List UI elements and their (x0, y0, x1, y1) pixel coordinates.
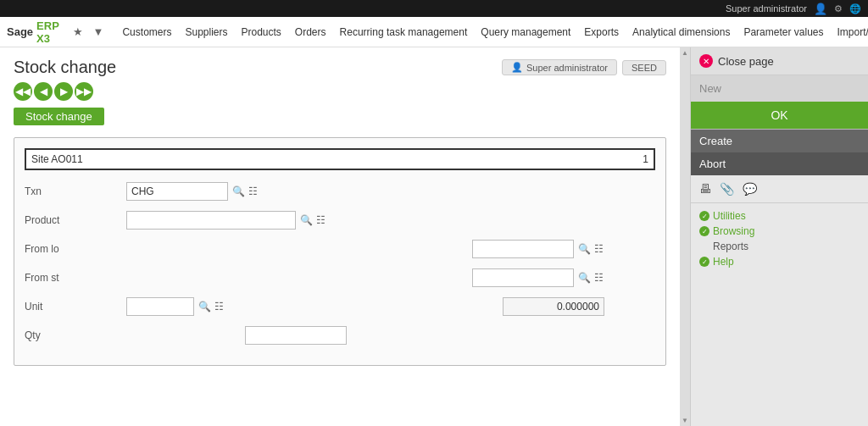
abort-button[interactable]: Abort (691, 152, 868, 175)
sidebar-action-icons: 🖶 📎 💬 (691, 175, 868, 203)
reports-link[interactable]: Reports (699, 241, 860, 252)
txn-list-icon[interactable]: ☷ (248, 185, 259, 197)
user-badge-label: Super administrator (526, 63, 608, 73)
unit-label: Unit (25, 301, 126, 313)
page-title-row: Stock change 👤 Super administrator SEED (14, 58, 666, 77)
product-search-icon[interactable]: 🔍 (299, 214, 314, 226)
product-icons: 🔍 ☷ (299, 214, 326, 226)
main-layout: Stock change 👤 Super administrator SEED … (0, 47, 868, 426)
from-st-search-icon[interactable]: 🔍 (577, 272, 592, 284)
utilities-link[interactable]: ✓ Utilities (699, 210, 860, 222)
form-container: Site AO011 1 Txn 🔍 ☷ Product (14, 137, 666, 366)
product-field: 🔍 ☷ (126, 211, 326, 230)
from-st-field: 🔍 ☷ (472, 268, 604, 287)
prev-button[interactable]: ◀ (34, 82, 53, 101)
product-list-icon[interactable]: ☷ (315, 214, 326, 226)
ok-button[interactable]: OK (691, 102, 868, 129)
unit-field: 🔍 ☷ (126, 297, 225, 316)
from-lo-row: From lo 🔍 ☷ (25, 240, 655, 258)
unit-input[interactable] (126, 297, 194, 316)
menu-suppliers[interactable]: Suppliers (178, 26, 234, 38)
nav-icons: ★ ▼ (70, 24, 108, 40)
product-label: Product (25, 214, 126, 226)
help-label: Help (713, 256, 734, 268)
scroll-down-icon[interactable]: ▼ (682, 417, 688, 424)
menu-exports[interactable]: Exports (577, 26, 626, 38)
menu-orders[interactable]: Orders (288, 26, 333, 38)
help-link[interactable]: ✓ Help (699, 256, 860, 268)
utilities-circle-icon: ✓ (699, 211, 709, 221)
txn-label: Txn (25, 185, 126, 197)
sidebar: ✕ Close page New OK Create Abort 🖶 📎 💬 ✓… (690, 47, 868, 426)
seed-badge-btn[interactable]: SEED (622, 60, 666, 75)
sidebar-links: ✓ Utilities ✓ Browsing Reports ✓ Help (691, 203, 868, 274)
print-icon[interactable]: 🖶 (699, 182, 711, 196)
from-lo-label: From lo (25, 243, 126, 255)
from-lo-field: 🔍 ☷ (472, 240, 604, 258)
site-row: Site AO011 1 (25, 148, 655, 170)
dropdown-icon[interactable]: ▼ (90, 24, 108, 40)
from-lo-icons: 🔍 ☷ (577, 243, 604, 255)
create-abort-section: Create Abort (691, 129, 868, 175)
close-icon[interactable]: ✕ (699, 54, 713, 68)
user-badge-btn[interactable]: 👤 Super administrator (502, 59, 617, 75)
new-button[interactable]: New (691, 75, 868, 102)
from-lo-input[interactable] (472, 240, 574, 258)
top-bar: Super administrator 👤 ⚙ 🌐 (0, 0, 868, 17)
logo-erp: ERP X3 (36, 19, 59, 45)
scroll-up-icon[interactable]: ▲ (682, 49, 688, 57)
txn-search-icon[interactable]: 🔍 (231, 185, 246, 197)
browsing-circle-icon: ✓ (699, 226, 709, 236)
unit-search-icon[interactable]: 🔍 (198, 301, 212, 313)
create-button[interactable]: Create (691, 130, 868, 152)
qty-field (245, 326, 347, 345)
qty-label: Qty (25, 329, 126, 341)
txn-row: Txn 🔍 ☷ (25, 182, 655, 201)
menu-customers[interactable]: Customers (115, 26, 178, 38)
attachment-icon[interactable]: 📎 (720, 182, 734, 196)
from-st-input[interactable] (472, 268, 574, 287)
from-st-row: From st 🔍 ☷ (25, 268, 655, 287)
help-circle-icon: ✓ (699, 257, 709, 267)
menu-recurring[interactable]: Recurring task management (333, 26, 475, 38)
seed-badge-label: SEED (632, 63, 657, 73)
stock-change-label: Stock change (14, 108, 104, 125)
close-page-label: Close page (718, 55, 774, 68)
txn-input[interactable] (126, 182, 228, 201)
from-lo-search-icon[interactable]: 🔍 (577, 243, 592, 255)
txn-field: 🔍 ☷ (126, 182, 259, 201)
menu-products[interactable]: Products (235, 26, 288, 38)
globe-icon[interactable]: 🌐 (849, 3, 861, 14)
last-button[interactable]: ▶▶ (75, 82, 93, 101)
utilities-label: Utilities (713, 210, 746, 222)
txn-icons: 🔍 ☷ (231, 185, 259, 197)
nav-menu: Customers Suppliers Products Orders Recu… (115, 26, 868, 38)
nav-controls: ◀◀ ◀ ▶ ▶▶ (14, 82, 666, 101)
menu-analytical[interactable]: Analytical dimensions (626, 26, 737, 38)
menu-query[interactable]: Query management (474, 26, 577, 38)
browsing-label: Browsing (713, 225, 754, 237)
page-title-buttons: 👤 Super administrator SEED (502, 59, 666, 75)
qty-input[interactable] (245, 326, 347, 345)
menu-parameter[interactable]: Parameter values (737, 26, 830, 38)
unit-row: Unit 🔍 ☷ (25, 297, 655, 316)
comment-icon[interactable]: 💬 (743, 182, 757, 196)
site-value: 1 (643, 153, 648, 165)
content-area: Stock change 👤 Super administrator SEED … (0, 47, 680, 426)
product-row: Product 🔍 ☷ (25, 211, 655, 230)
unit-number-input (503, 297, 604, 316)
vertical-scrollbar[interactable]: ▲ ▼ (680, 47, 690, 426)
first-button[interactable]: ◀◀ (14, 82, 32, 101)
home-icon[interactable]: ★ (70, 24, 86, 40)
sidebar-header: ✕ Close page (691, 47, 868, 75)
from-st-list-icon[interactable]: ☷ (593, 272, 604, 284)
menu-import[interactable]: Import/export templates (830, 26, 868, 38)
from-st-label: From st (25, 272, 126, 284)
from-lo-list-icon[interactable]: ☷ (593, 243, 604, 255)
next-button[interactable]: ▶ (54, 82, 73, 101)
browsing-link[interactable]: ✓ Browsing (699, 225, 860, 237)
product-input[interactable] (126, 211, 296, 230)
person-icon: 👤 (814, 3, 827, 15)
settings-icon[interactable]: ⚙ (834, 3, 843, 14)
unit-list-icon[interactable]: ☷ (214, 301, 225, 313)
